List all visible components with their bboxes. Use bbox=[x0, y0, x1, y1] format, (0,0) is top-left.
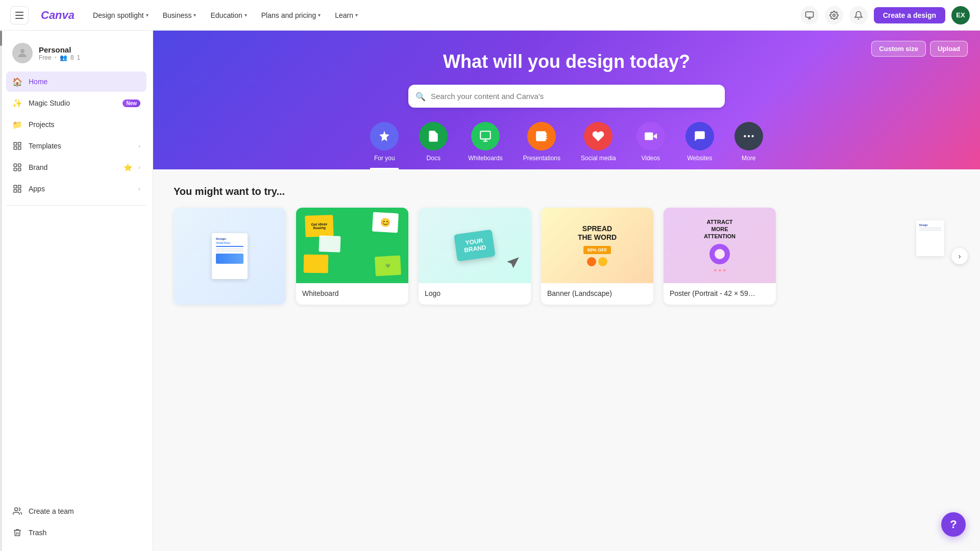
category-social-label: Social media bbox=[581, 155, 616, 162]
logo-preview: YOURBRAND bbox=[454, 230, 496, 262]
scroll-right-button[interactable]: › bbox=[951, 248, 968, 264]
card-poster-thumb: ATTRACTMOREATTENTION 🌸🌸🌸 bbox=[664, 208, 776, 283]
logo-text: Canva bbox=[41, 9, 75, 22]
suggestions-section: You might want to try... Design Visual D… bbox=[153, 169, 980, 321]
sidebar-create-team-label: Create a team bbox=[29, 507, 140, 515]
people-icon: 👥 bbox=[60, 54, 67, 61]
card-banner[interactable]: SPREADTHE WORD 60% OFF Banner (Landscape… bbox=[541, 208, 653, 305]
category-whiteboards[interactable]: Whiteboards bbox=[468, 122, 502, 169]
chevron-icon: ▾ bbox=[318, 12, 321, 18]
svg-rect-4 bbox=[18, 142, 21, 145]
category-for-you[interactable]: For you bbox=[370, 122, 399, 169]
logo[interactable]: Canva bbox=[41, 9, 75, 22]
sidebar-nav: 🏠 Home ✨ Magic Studio New 📁 Projects Tem… bbox=[6, 71, 146, 199]
svg-rect-9 bbox=[14, 168, 16, 171]
websites-icon bbox=[693, 130, 706, 143]
sidebar-item-magic-studio[interactable]: ✨ Magic Studio New bbox=[6, 93, 146, 113]
nav-education[interactable]: Education ▾ bbox=[204, 8, 253, 22]
svg-rect-7 bbox=[14, 164, 16, 166]
brand-icon bbox=[12, 162, 22, 172]
category-websites-label: Websites bbox=[687, 155, 712, 162]
nav-design-spotlight[interactable]: Design spotlight ▾ bbox=[87, 8, 155, 22]
member-count: 8 bbox=[70, 54, 74, 61]
sidebar-projects-label: Projects bbox=[29, 120, 140, 129]
sidebar-item-create-team[interactable]: Create a team bbox=[6, 501, 146, 521]
sticky-note-1: Get ideas flowing bbox=[305, 215, 333, 237]
category-websites[interactable]: Websites bbox=[685, 122, 714, 169]
nav-learn[interactable]: Learn ▾ bbox=[329, 8, 364, 22]
chevron-icon: ▾ bbox=[193, 12, 196, 18]
settings-icon-button[interactable] bbox=[825, 6, 843, 24]
card-poster[interactable]: ATTRACTMOREATTENTION 🌸🌸🌸 Poster (Portrai… bbox=[664, 208, 776, 305]
search-input[interactable] bbox=[408, 85, 725, 108]
whiteboard-icon bbox=[479, 130, 492, 143]
category-more-label: More bbox=[742, 155, 755, 162]
card-whiteboard-thumb: Get ideas flowing 😊 💚 bbox=[296, 208, 408, 283]
sidebar-item-home[interactable]: 🏠 Home bbox=[6, 71, 146, 92]
extra-count: 1 bbox=[77, 54, 81, 61]
main-layout: Personal Free • 👥 8 1 🏠 Home ✨ Magic Stu… bbox=[0, 31, 980, 551]
category-for-you-circle bbox=[370, 122, 399, 151]
svg-marker-17 bbox=[653, 134, 657, 139]
svg-point-20 bbox=[748, 135, 750, 137]
upload-button[interactable]: Upload bbox=[930, 41, 968, 57]
profile-name: Personal bbox=[39, 45, 80, 54]
trash-icon bbox=[12, 528, 22, 538]
category-docs[interactable]: Docs bbox=[419, 122, 448, 169]
sidebar-magic-studio-label: Magic Studio bbox=[29, 99, 116, 107]
brand-gold-icon: ⭐ bbox=[124, 163, 132, 171]
sidebar-item-templates[interactable]: Templates › bbox=[6, 136, 146, 156]
hero-banner: Custom size Upload What will you design … bbox=[153, 31, 980, 169]
category-social-media[interactable]: Social media bbox=[581, 122, 616, 169]
avatar[interactable]: EX bbox=[951, 6, 970, 24]
sidebar-item-apps[interactable]: Apps › bbox=[6, 179, 146, 199]
category-presentations-label: Presentations bbox=[523, 155, 560, 162]
home-icon: 🏠 bbox=[12, 77, 22, 87]
create-design-button[interactable]: Create a design bbox=[874, 7, 945, 23]
sidebar-item-trash[interactable]: Trash bbox=[6, 522, 146, 543]
chevron-icon: ▾ bbox=[244, 12, 247, 18]
notifications-icon-button[interactable] bbox=[849, 6, 868, 24]
card-logo[interactable]: YOURBRAND Logo bbox=[419, 208, 531, 305]
templates-chevron-icon: › bbox=[138, 143, 140, 149]
hamburger-icon bbox=[15, 12, 23, 19]
category-websites-circle bbox=[685, 122, 714, 151]
card-poster-label: Poster (Portrait - 42 × 59… bbox=[664, 283, 776, 305]
category-videos-label: Videos bbox=[641, 155, 659, 162]
category-more[interactable]: More bbox=[734, 122, 763, 169]
help-button[interactable]: ? bbox=[941, 512, 966, 537]
menu-button[interactable] bbox=[10, 6, 29, 24]
card-banner-label: Banner (Landscape) bbox=[541, 283, 653, 305]
scrollbar-thumb bbox=[0, 31, 2, 46]
category-videos[interactable]: Videos bbox=[636, 122, 665, 169]
category-docs-label: Docs bbox=[427, 155, 440, 162]
sidebar-item-brand[interactable]: Brand ⭐ › bbox=[6, 157, 146, 178]
svg-point-21 bbox=[751, 135, 753, 137]
category-presentations[interactable]: Presentations bbox=[523, 122, 560, 169]
brand-chevron-icon: › bbox=[138, 164, 140, 170]
card-doc[interactable]: Design Visual Docs Design bbox=[174, 208, 286, 305]
profile-info: Personal Free • 👥 8 1 bbox=[39, 45, 80, 61]
card-logo-thumb: YOURBRAND bbox=[419, 208, 531, 283]
projects-icon: 📁 bbox=[12, 119, 22, 130]
apps-chevron-icon: › bbox=[138, 186, 140, 192]
sidebar-home-label: Home bbox=[29, 78, 140, 86]
profile-avatar bbox=[12, 43, 33, 63]
sidebar-trash-label: Trash bbox=[29, 529, 140, 537]
card-whiteboard-label: Whiteboard bbox=[296, 283, 408, 305]
nav-education-label: Education bbox=[210, 11, 242, 19]
scrollbar-track[interactable] bbox=[0, 31, 2, 551]
sidebar-item-projects[interactable]: 📁 Projects bbox=[6, 114, 146, 135]
sticky-note-4: 💚 bbox=[375, 256, 401, 277]
device-icon-button[interactable] bbox=[800, 6, 819, 24]
custom-size-button[interactable]: Custom size bbox=[871, 41, 926, 57]
nav-plans[interactable]: Plans and pricing ▾ bbox=[255, 8, 327, 22]
logo-plane bbox=[505, 256, 521, 273]
svg-rect-12 bbox=[18, 185, 21, 188]
category-more-circle bbox=[734, 122, 763, 151]
card-whiteboard[interactable]: Get ideas flowing 😊 💚 Whiteboard bbox=[296, 208, 408, 305]
svg-point-1 bbox=[832, 14, 835, 16]
nav-business[interactable]: Business ▾ bbox=[157, 8, 203, 22]
svg-point-15 bbox=[15, 508, 18, 511]
nav-right: Create a design EX bbox=[800, 6, 970, 24]
